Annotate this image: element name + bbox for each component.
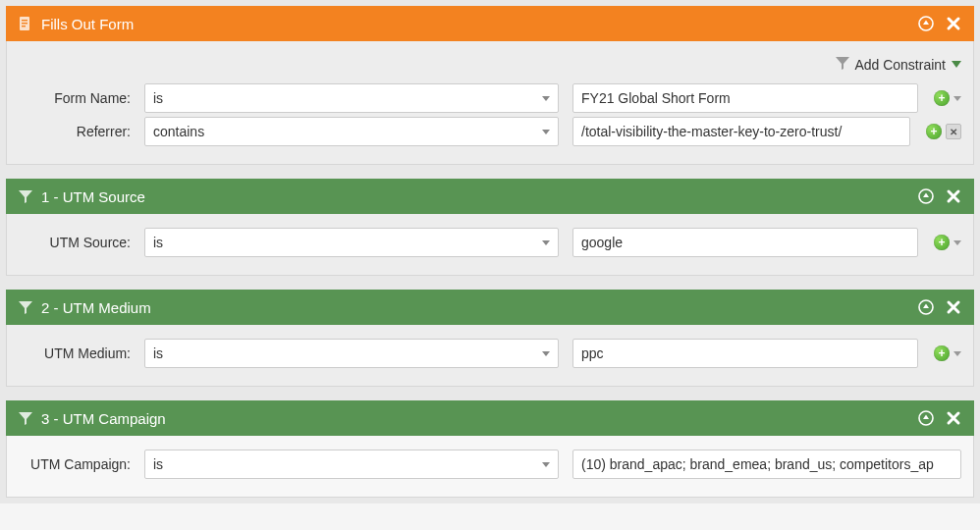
operator-value: is bbox=[153, 456, 163, 472]
operator-select[interactable]: is bbox=[144, 339, 559, 368]
value-input[interactable]: google bbox=[572, 228, 918, 257]
value-input[interactable]: ppc bbox=[572, 339, 918, 368]
chevron-down-icon bbox=[542, 240, 550, 245]
panel-body: Add Constraint Form Name: is FY21 Global… bbox=[6, 41, 974, 165]
row-label: Form Name: bbox=[19, 90, 135, 106]
filter-icon bbox=[18, 299, 33, 315]
value-text: google bbox=[581, 235, 623, 250]
panel-utm-campaign: 3 - UTM Campaign UTM Campaign: is (10) b… bbox=[6, 400, 974, 498]
move-up-icon[interactable] bbox=[917, 15, 935, 32]
filter-icon bbox=[835, 55, 850, 74]
filter-row: UTM Medium: is ppc + bbox=[19, 339, 961, 368]
operator-select[interactable]: is bbox=[144, 228, 559, 257]
operator-value: is bbox=[153, 235, 163, 250]
panel-utm-medium: 2 - UTM Medium UTM Medium: is ppc + bbox=[6, 290, 974, 387]
filter-icon bbox=[18, 188, 33, 204]
close-icon[interactable] bbox=[945, 298, 962, 316]
row-actions: + ✕ bbox=[926, 124, 961, 139]
form-icon bbox=[18, 16, 33, 31]
row-label: Referrer: bbox=[19, 124, 135, 139]
svg-rect-2 bbox=[22, 23, 27, 24]
chevron-down-icon bbox=[542, 130, 550, 134]
add-constraint-label: Add Constraint bbox=[854, 57, 946, 73]
value-text: ppc bbox=[581, 345, 604, 361]
close-icon[interactable] bbox=[945, 187, 962, 205]
panel-title: 3 - UTM Campaign bbox=[41, 410, 917, 427]
row-label: UTM Medium: bbox=[19, 345, 135, 361]
row-actions: + bbox=[934, 345, 961, 361]
panel-header[interactable]: Fills Out Form bbox=[6, 6, 974, 41]
filter-builder: Fills Out Form Add Constraint Form Name:… bbox=[0, 0, 980, 504]
move-up-icon[interactable] bbox=[917, 298, 935, 316]
value-input[interactable]: (10) brand_apac; brand_emea; brand_us; c… bbox=[572, 450, 961, 479]
operator-select[interactable]: is bbox=[144, 450, 559, 479]
add-icon[interactable]: + bbox=[926, 124, 942, 139]
chevron-down-icon[interactable] bbox=[953, 240, 961, 245]
row-actions: + bbox=[934, 235, 961, 250]
move-up-icon[interactable] bbox=[917, 409, 935, 427]
panel-header[interactable]: 2 - UTM Medium bbox=[6, 290, 974, 325]
filter-icon bbox=[18, 410, 33, 426]
filter-row: UTM Campaign: is (10) brand_apac; brand_… bbox=[19, 450, 961, 479]
panel-body: UTM Source: is google + bbox=[6, 214, 974, 276]
svg-rect-3 bbox=[22, 26, 26, 26]
add-icon[interactable]: + bbox=[934, 345, 950, 361]
value-text: FY21 Global Short Form bbox=[581, 90, 731, 106]
chevron-down-icon bbox=[952, 61, 961, 68]
close-icon[interactable] bbox=[945, 15, 962, 32]
row-label: UTM Campaign: bbox=[19, 456, 135, 472]
operator-value: contains bbox=[153, 124, 204, 139]
value-input[interactable]: FY21 Global Short Form bbox=[572, 83, 918, 113]
delete-icon[interactable]: ✕ bbox=[946, 124, 961, 139]
operator-value: is bbox=[153, 90, 163, 106]
chevron-down-icon bbox=[542, 96, 550, 101]
panel-title: Fills Out Form bbox=[41, 16, 917, 32]
move-up-icon[interactable] bbox=[917, 187, 935, 205]
add-icon[interactable]: + bbox=[934, 90, 950, 106]
operator-select[interactable]: contains bbox=[144, 117, 559, 146]
chevron-down-icon[interactable] bbox=[953, 96, 961, 101]
add-icon[interactable]: + bbox=[934, 235, 950, 250]
add-constraint-bar[interactable]: Add Constraint bbox=[19, 55, 961, 74]
operator-value: is bbox=[153, 345, 163, 361]
operator-select[interactable]: is bbox=[144, 83, 559, 113]
svg-rect-1 bbox=[22, 20, 27, 21]
filter-row: UTM Source: is google + bbox=[19, 228, 961, 257]
row-actions: + bbox=[934, 90, 961, 106]
filter-row: Referrer: contains /total-visibility-the… bbox=[19, 117, 961, 146]
panel-title: 2 - UTM Medium bbox=[41, 299, 917, 316]
value-text: (10) brand_apac; brand_emea; brand_us; c… bbox=[581, 456, 934, 472]
chevron-down-icon bbox=[542, 462, 550, 467]
value-text: /total-visibility-the-master-key-to-zero… bbox=[581, 124, 842, 139]
panel-title: 1 - UTM Source bbox=[41, 188, 917, 205]
panel-header[interactable]: 3 - UTM Campaign bbox=[6, 400, 974, 436]
panel-body: UTM Medium: is ppc + bbox=[6, 325, 974, 387]
panel-fills-out-form: Fills Out Form Add Constraint Form Name:… bbox=[6, 6, 974, 165]
panel-utm-source: 1 - UTM Source UTM Source: is google + bbox=[6, 179, 974, 276]
panel-body: UTM Campaign: is (10) brand_apac; brand_… bbox=[6, 436, 974, 498]
chevron-down-icon bbox=[542, 351, 550, 356]
chevron-down-icon[interactable] bbox=[953, 351, 961, 356]
row-label: UTM Source: bbox=[19, 235, 135, 250]
value-input[interactable]: /total-visibility-the-master-key-to-zero… bbox=[572, 117, 910, 146]
panel-header[interactable]: 1 - UTM Source bbox=[6, 179, 974, 214]
filter-row: Form Name: is FY21 Global Short Form + bbox=[19, 83, 961, 113]
close-icon[interactable] bbox=[945, 409, 962, 427]
